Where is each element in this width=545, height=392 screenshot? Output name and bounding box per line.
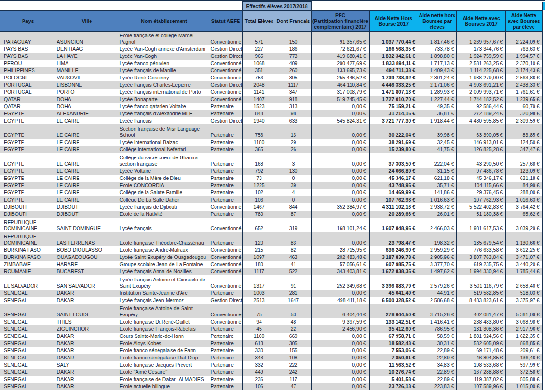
cell-total[interactable]: 73: [242, 175, 276, 182]
cell-aide-avec[interactable]: 5 522 402,83 €: [457, 203, 506, 211]
cell-pays[interactable]: SENEGAL: [0, 304, 56, 318]
cell-statut[interactable]: Conventionné: [210, 268, 242, 275]
cell-aide-avec-pe[interactable]: 136,46 €: [506, 354, 543, 361]
effectifs-group-header[interactable]: Effectifs élèves 2017/2018: [242, 1, 312, 11]
cell-pfc[interactable]: 0,00 €: [312, 175, 369, 182]
cell-ville[interactable]: LE CAIRE: [56, 168, 119, 175]
cell-pfc[interactable]: 255 446,52 €: [312, 74, 369, 81]
cell-nom[interactable]: Lycée Van-Gogh annexe d'Amsterdam: [119, 45, 210, 53]
cell-aide-hors-pe[interactable]: 36,81 €: [418, 110, 457, 117]
cell-total[interactable]: 168: [242, 153, 276, 168]
cell-aide-avec-pe[interactable]: 320,98 €: [506, 110, 543, 117]
cell-aide-avec-pe[interactable]: 1 785,44 €: [506, 268, 543, 275]
cell-aide-hors[interactable]: 1 037 770,44 €: [369, 31, 418, 45]
cell-aide-hors-pe[interactable]: 2 171,06 €: [418, 81, 457, 89]
cell-pfc[interactable]: 0,00 €: [312, 103, 369, 110]
cell-francais[interactable]: 108: [276, 354, 312, 361]
cell-ville[interactable]: LISBONNE: [56, 81, 119, 89]
cell-ville[interactable]: ASUNCION: [56, 31, 119, 45]
column-header-pays[interactable]: Pays: [0, 11, 56, 31]
cell-ville[interactable]: ZIGUINCHOR: [56, 325, 119, 333]
cell-nom[interactable]: Ecole française et collège Marcel- Pagno…: [119, 31, 210, 45]
cell-francais[interactable]: 242: [276, 369, 312, 376]
cell-aide-hors-pe[interactable]: 2 301,24 €: [418, 74, 457, 81]
cell-francais[interactable]: 155: [276, 347, 312, 354]
cell-francais[interactable]: 0: [276, 196, 312, 203]
cell-nom[interactable]: Lycée Van-Gogh: [119, 53, 210, 60]
cell-ville[interactable]: LE CAIRE: [56, 175, 119, 182]
cell-statut[interactable]: Partenaire: [210, 333, 242, 340]
cell-pays[interactable]: SENEGAL: [0, 383, 56, 390]
cell-aide-hors[interactable]: 1 739 738,92 €: [369, 74, 418, 81]
cell-pays[interactable]: PAYS BAS: [0, 53, 56, 60]
cell-statut[interactable]: Gestion Directe: [210, 297, 242, 304]
cell-ville[interactable]: THIES: [56, 318, 119, 325]
cell-aide-hors-pe[interactable]: 733,78 €: [418, 45, 457, 53]
cell-aide-hors[interactable]: 607 985,75 €: [369, 261, 418, 268]
cell-pays[interactable]: REPUBLIQUE DOMINICAINE: [0, 218, 56, 232]
cell-aide-hors[interactable]: 278 644,50 €: [369, 304, 418, 318]
cell-ville[interactable]: DOHA: [56, 103, 119, 110]
cell-pfc[interactable]: 0,00 €: [312, 168, 369, 175]
cell-aide-hors-pe[interactable]: 39,98 €: [418, 124, 457, 139]
cell-aide-hors[interactable]: 3 721 777,30 €: [369, 117, 418, 124]
cell-aide-hors-pe[interactable]: 34,83 €: [418, 361, 457, 369]
cell-pays[interactable]: SENEGAL: [0, 354, 56, 361]
cell-aide-hors-pe[interactable]: 1 016,63 €: [418, 196, 457, 203]
cell-pfc[interactable]: 0,00 €: [312, 146, 369, 153]
cell-aide-avec[interactable]: 519 582,85 €: [457, 290, 506, 297]
cell-pfc[interactable]: 2 456,90 €: [312, 325, 369, 333]
column-header-aide-nette-hors-bourse[interactable]: Aide Nette Hors Bourse 2017: [369, 11, 418, 31]
cell-aide-avec-pe[interactable]: 518,03 €: [506, 290, 543, 297]
cell-aide-hors-pe[interactable]: 223,83 €: [418, 383, 457, 390]
cell-pfc[interactable]: 0,00 €: [312, 189, 369, 196]
cell-francais[interactable]: 844: [276, 203, 312, 211]
cell-pfc[interactable]: 72 621,67 €: [312, 45, 369, 53]
cell-nom[interactable]: Lycée Saint-Exupéry de Ouagadougou: [119, 254, 210, 261]
cell-nom[interactable]: Lycée Voltaire: [119, 168, 210, 175]
cell-nom[interactable]: Ecole franco-sénégalaise Dial-Diop: [119, 354, 210, 361]
cell-total[interactable]: 1160: [242, 333, 276, 340]
cell-nom[interactable]: Lycée franco-qatarien Voltaire: [119, 103, 210, 110]
cell-statut[interactable]: Partenaire: [210, 290, 242, 297]
cell-aide-hors[interactable]: 4 446 333,25 €: [369, 81, 418, 89]
cell-nom[interactable]: Collège du sacré coeur de Ghamra - secti…: [119, 153, 210, 168]
cell-statut[interactable]: Conventionné: [210, 254, 242, 261]
cell-aide-hors-pe[interactable]: 44,91 €: [418, 290, 457, 297]
cell-aide-avec-pe[interactable]: 3 612,25 €: [506, 246, 543, 254]
cell-aide-hors[interactable]: 38 291,69 €: [369, 139, 418, 146]
cell-nom[interactable]: Collège De La Salle Daher: [119, 196, 210, 203]
cell-pays[interactable]: EGYPTE: [0, 146, 56, 153]
cell-aide-hors-pe[interactable]: 1 289,93 €: [418, 89, 457, 96]
cell-aide-avec-pe[interactable]: 2 658,40 €: [506, 275, 543, 290]
cell-pays[interactable]: PHILIPPINES: [0, 67, 56, 74]
cell-nom[interactable]: Lycée français Antoine et Consuelo de Sa…: [119, 275, 210, 290]
cell-pfc[interactable]: 0,00 €: [312, 232, 369, 246]
cell-aide-hors-pe[interactable]: 621,18 €: [418, 175, 457, 182]
cell-aide-hors-pe[interactable]: 22,89 €: [418, 376, 457, 383]
cell-francais[interactable]: 41: [276, 261, 312, 268]
cell-francais[interactable]: 409: [276, 60, 312, 67]
cell-francais[interactable]: 29: [276, 139, 312, 146]
cell-aide-hors[interactable]: 43 748,95 €: [369, 182, 418, 189]
cell-ville[interactable]: BUCAREST: [56, 268, 119, 275]
cell-nom[interactable]: Lycée français d'Alexandrie MLF: [119, 110, 210, 117]
cell-aide-avec-pe[interactable]: 3 174,43 €: [506, 67, 543, 74]
cell-aide-avec[interactable]: 63 390,05 €: [457, 124, 506, 139]
cell-aide-avec-pe[interactable]: 1 239,65 €: [506, 96, 543, 103]
cell-statut[interactable]: Partenaire: [210, 110, 242, 117]
cell-aide-avec-pe[interactable]: 5 361,09 €: [506, 304, 543, 318]
cell-pays[interactable]: BURKINA FASO: [0, 246, 56, 254]
cell-aide-hors[interactable]: 1 832 342,61 €: [369, 53, 418, 60]
cell-pfc[interactable]: 317 008,79 €: [312, 89, 369, 96]
cell-francais[interactable]: 48: [276, 318, 312, 325]
cell-aide-hors-pe[interactable]: 198,32 €: [418, 232, 457, 246]
cell-aide-hors-pe[interactable]: 1 227,44 €: [418, 96, 457, 103]
cell-aide-hors-pe[interactable]: 1 416,41 €: [418, 318, 457, 325]
cell-total[interactable]: 106: [242, 383, 276, 390]
cell-total[interactable]: 1940: [242, 117, 276, 124]
cell-aide-avec-pe[interactable]: 209,61 €: [506, 347, 543, 354]
cell-statut[interactable]: Conventionné: [210, 89, 242, 96]
cell-aide-hors[interactable]: 10 276,74 €: [369, 369, 418, 376]
cell-pays[interactable]: DJIBOUTI: [0, 211, 56, 218]
